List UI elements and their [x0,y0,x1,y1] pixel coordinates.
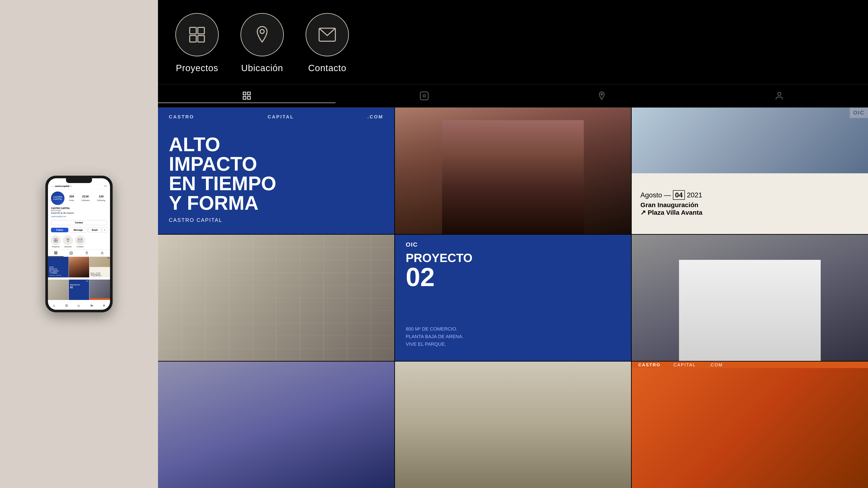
big-text-line4: Y FORMA [169,193,276,213]
profile-name: CASTRO CAPITAL [51,207,107,209]
grid-cell-1[interactable]: ALTOIMPACTOEN TIEMPOY FORMA CASTRO CAPIT… [48,257,69,278]
svg-point-13 [71,254,71,254]
right-grid-cell-1[interactable]: CASTRO CAPITAL .COM ALTO IMPACTO EN TIEM… [158,107,394,234]
right-grid-cell-5[interactable]: OIC PROYECTO 02 800 M² DE COMERCIO. PLAN… [395,235,631,361]
nav-reels-icon[interactable]: ▷ [78,304,80,307]
svg-rect-2 [56,238,58,240]
nav-home-icon[interactable]: ⌂ [53,304,55,307]
tab-tagged[interactable] [95,250,110,257]
dropdown-button[interactable]: ▾ [102,227,107,233]
back-arrow-icon[interactable]: ← [51,185,54,188]
content-tab-bar [48,250,110,257]
svg-point-16 [86,252,87,253]
right-tab-grid[interactable] [158,89,336,103]
grid-cell-3-text: Agosto — 04 2021Gran Inauguración↗ Plaza… [91,272,109,276]
more-options-icon[interactable]: ⋯ [104,184,107,188]
nav-menu-icon[interactable]: ≡ [103,304,105,307]
svg-rect-25 [248,92,250,95]
profile-category: Real Estate [51,209,107,212]
right-grid-cell-3[interactable]: OIC Agosto — 04 2021 Gran Inauguración ↗… [632,107,868,234]
contact-button[interactable]: Contact [51,220,107,225]
highlight-ubicacion[interactable]: Ubicación [63,235,73,248]
avatar-text: CASTRO CAPITAL [53,196,62,200]
tab-grid[interactable] [48,250,64,257]
svg-rect-19 [190,36,196,42]
highlight-proyectos-label: Proyectos [52,246,60,248]
right-grid-cell-7[interactable] [158,362,394,488]
right-grid-cell-9[interactable]: CASTRO CAPITAL .COM [632,362,868,488]
ig-grid: ALTOIMPACTOEN TIEMPOY FORMA CASTRO CAPIT… [48,257,110,302]
svg-rect-24 [243,92,246,95]
right-highlight-contacto-label: Contacto [308,63,346,73]
svg-point-11 [71,253,72,254]
stat-posts: 334 Posts [69,195,74,202]
grid-cell-6[interactable] [89,280,110,300]
svg-point-31 [778,92,781,96]
svg-rect-6 [55,252,56,253]
highlight-proyectos-icon [51,235,61,245]
right-highlight-contacto[interactable]: Contacto [306,13,349,73]
profile-stats: 334 Posts 211K Followers 134 Following [67,195,107,202]
svg-rect-32 [158,235,394,361]
grid-cell-5-content: PROYECTO 02 [70,284,88,289]
grid-cell-5[interactable]: OIC PROYECTO 02 [69,280,89,300]
svg-point-29 [423,95,426,97]
grid-cell-4[interactable] [48,280,69,300]
right-grid-cell-3-info: Agosto — 04 2021 Gran Inauguración ↗ Pla… [632,173,868,234]
grid-cell-2-image [69,257,89,278]
highlight-ubicacion-label: Ubicación [64,246,72,248]
right-tab-location[interactable] [513,89,690,103]
big-text-line3: EN TIEMPO [169,174,276,193]
follow-button[interactable]: Follow [51,228,68,232]
right-grid-cell-4[interactable] [158,235,394,361]
nav-shop-icon[interactable]: 🛍 [90,304,93,307]
stat-following: 134 Following [97,195,105,202]
grid-cell-1-brand: CASTRO CAPITAL [49,275,62,276]
grid-cell-5-label: PROYECTO [70,284,88,286]
svg-rect-9 [56,253,57,254]
svg-rect-8 [55,253,56,254]
right-grid-cell-1-header: CASTRO CAPITAL .COM [158,114,394,120]
grid-cell-3-image [89,257,110,267]
grid-cell-6-orange-bar [89,298,110,300]
svg-rect-18 [190,27,196,34]
highlight-contacto[interactable]: Contacto [75,235,85,248]
svg-rect-21 [198,36,205,42]
right-highlight-proyectos[interactable]: Proyectos [175,13,219,73]
big-text-line2: IMPACTO [169,154,276,174]
right-highlight-ubicacion-label: Ubicación [241,63,283,73]
message-button[interactable]: Message [69,228,87,232]
profile-bio: CASTRO CAPITAL Real Estate Desarrollo de… [48,206,110,219]
right-tab-reels[interactable] [336,89,513,103]
right-grid-cell-2[interactable] [395,107,631,234]
phone-notch [66,178,92,183]
nav-search-icon[interactable]: ⊙ [65,303,68,307]
svg-rect-28 [420,92,428,100]
right-grid-cell-6[interactable] [632,235,868,361]
tab-reels[interactable] [64,250,79,257]
brand-mid: CAPITAL [268,114,294,120]
right-highlight-ubicacion[interactable]: Ubicación [241,13,284,73]
grid-cell-2[interactable] [69,257,89,278]
right-grid-cell-5-oc: OIC [406,241,418,248]
profile-website[interactable]: castrocapital.com [51,215,66,218]
right-grid: CASTRO CAPITAL .COM ALTO IMPACTO EN TIEM… [158,107,868,488]
stat-followers: 211K Followers [82,195,90,202]
big-text-line1: ALTO [169,135,276,154]
ig-username: castrocapital [55,185,69,187]
email-button[interactable]: Email [88,228,101,232]
right-grid-cell-8[interactable] [395,362,631,488]
grid-cell-3-oc: OIC [107,257,110,259]
right-grid-cell-3-image: OIC [632,107,868,173]
right-highlight-contacto-icon [306,13,349,56]
svg-point-22 [260,30,264,34]
svg-rect-26 [243,97,246,99]
grid-cell-3[interactable]: OIC Agosto — 04 2021Gran Inauguración↗ P… [89,257,110,278]
tab-location[interactable] [79,250,95,257]
story-highlights: Proyectos Ubicación [48,234,110,250]
right-tab-tagged[interactable] [690,89,868,103]
svg-point-30 [601,94,602,95]
highlight-proyectos[interactable]: Proyectos [51,235,61,248]
right-grid-cell-5-desc: 800 M² DE COMERCIO. PLANTA BAJA DE ARENA… [406,325,464,348]
chevron-down-icon: ∨ [70,185,72,187]
